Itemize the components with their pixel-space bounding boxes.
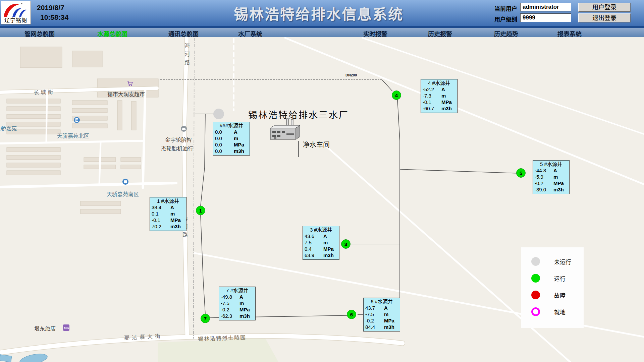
well-box-title: 6 #水源井 — [364, 298, 400, 305]
well-value: 0.0 — [215, 141, 234, 148]
nav-bar: 管网总貌图 水源总貌图 通讯总貌图 水厂系统 实时报警 历史报警 历史趋势 报表… — [0, 26, 644, 37]
well-value: 0.0 — [215, 148, 234, 154]
well-box-3: 3 #水源井 43.6A 7.5m 0.4MPa 63.9m3h — [303, 226, 339, 260]
residential-building-icon — [122, 179, 128, 186]
scada-screen: 辽宁铭朗 2019/8/7 10:58:34 锡林浩特给排水信息系统 当前用户 … — [0, 0, 644, 362]
area-label: 天骄嘉苑南区 — [107, 190, 139, 198]
well-value: -5.9 — [535, 174, 553, 180]
well-unit: m — [553, 174, 558, 180]
header-bar: 辽宁铭朗 2019/8/7 10:58:34 锡林浩特给排水信息系统 当前用户 … — [0, 0, 644, 26]
well-marker-4[interactable]: 4 — [392, 90, 401, 100]
well-box-7: 7 #水源井 -49.8A -7.5m -0.2MPa -62.3m3h — [219, 287, 256, 320]
current-user-input[interactable] — [520, 3, 571, 11]
well-unit: A — [323, 233, 327, 239]
well-box-title: 3 #水源井 — [303, 227, 339, 233]
well-unit: m3h — [234, 148, 244, 154]
poi-label-hotel: 垠东旅店 — [34, 324, 56, 332]
well-unit: m — [170, 210, 175, 217]
car-repair-icon — [181, 126, 187, 133]
well-value: 43.6 — [305, 233, 323, 239]
logo-text: 辽宁铭朗 — [1, 16, 31, 24]
well-box-title: 7 #水源井 — [219, 287, 255, 294]
legend-row-fault: 故障 — [521, 289, 584, 301]
well-value: -60.7 — [423, 105, 441, 112]
well-box-title: 5 #水源井 — [533, 161, 569, 167]
login-button[interactable]: 用户登录 — [578, 3, 631, 12]
well-marker-3[interactable]: 3 — [341, 239, 351, 249]
plant-title: 锡林浩特给排水三水厂 — [248, 108, 349, 121]
user-level-label: 用户级别 — [494, 15, 517, 23]
datetime: 2019/8/7 10:58:34 — [37, 3, 68, 22]
well-value: 0.1 — [152, 210, 170, 217]
well-unit: m — [234, 135, 238, 141]
company-logo: 辽宁铭朗 — [1, 1, 31, 24]
well-unit: A — [234, 129, 237, 135]
supermarket-cart-icon — [127, 80, 133, 88]
well-unit: MPa — [170, 217, 181, 223]
well-unit: m — [384, 311, 388, 317]
well-value: -0.2 — [221, 306, 239, 313]
well-unit: m3h — [553, 186, 564, 193]
well-value: 0.0 — [215, 135, 234, 141]
well-value: -39.0 — [535, 186, 553, 193]
not-running-status-icon — [531, 257, 540, 266]
well-unit: m3h — [323, 252, 334, 258]
well-unit: A — [239, 294, 243, 300]
legend-row-running: 运行 — [521, 272, 584, 284]
well-value: -0.1 — [152, 217, 170, 223]
well-value: -0.2 — [535, 180, 553, 186]
date-text: 2019/8/7 — [37, 3, 68, 12]
well-unit: MPa — [553, 180, 564, 186]
poi-label-tire-shop: 杰轮胎机油行 — [161, 144, 193, 152]
well-value: -7.5 — [221, 300, 239, 306]
well-value: 84.4 — [365, 324, 384, 330]
well-value: 63.9 — [305, 252, 323, 258]
well-marker-6[interactable]: 6 — [347, 310, 356, 319]
running-status-icon — [531, 274, 540, 283]
well-unit: A — [170, 204, 174, 210]
time-text: 10:58:34 — [37, 12, 68, 22]
well-unit: m3h — [384, 324, 394, 330]
hotel-bed-icon — [63, 324, 69, 332]
well-unit: m3h — [170, 223, 181, 230]
street-label-vertical: 海河路 — [182, 43, 191, 68]
well-value: -7.5 — [365, 311, 384, 317]
workshop-label: 净水车间 — [303, 139, 330, 149]
well-unit: m3h — [441, 105, 452, 112]
well-value: -52.2 — [423, 86, 441, 93]
well-value: -44.3 — [535, 167, 553, 174]
well-marker-7[interactable]: 7 — [201, 314, 210, 323]
well-value: -0.2 — [365, 317, 384, 324]
area-label: 天骄嘉苑 — [0, 124, 17, 132]
well-value: -0.1 — [423, 99, 441, 105]
well-marker-1[interactable]: 1 — [196, 206, 205, 215]
well-unit: MPa — [234, 141, 244, 148]
legend-label: 故障 — [554, 291, 566, 299]
well-box-1: 1 #水源井 38.4A 0.1m -0.1MPa 70.2m3h — [150, 197, 186, 231]
user-level-input[interactable] — [520, 13, 571, 22]
well-marker-5[interactable]: 5 — [516, 168, 526, 178]
well-unit: MPa — [441, 99, 452, 105]
well-unit: A — [441, 86, 445, 93]
well-marker-unnamed — [213, 109, 224, 119]
well-box-title: ###水源井 — [213, 122, 250, 129]
well-unit: m3h — [239, 313, 250, 319]
well-unit: MPa — [323, 246, 334, 252]
well-box-6: 6 #水源井 43.7A -7.5m -0.2MPa 84.4m3h — [363, 298, 400, 331]
legend-label: 运行 — [554, 274, 566, 283]
well-unit: m — [441, 93, 446, 99]
factory-icon — [270, 119, 300, 139]
legend-label: 未运行 — [554, 257, 571, 266]
well-unit: MPa — [239, 306, 250, 313]
well-box-5: 5 #水源井 -44.3A -5.9m -0.2MPa -39.0m3h — [533, 160, 570, 194]
legend-row-local: 就地 — [521, 306, 584, 318]
poi-label-cemetery: 锡林浩特烈士陵园 — [198, 333, 247, 343]
well-unit: m — [323, 239, 328, 246]
well-unit: A — [553, 167, 557, 174]
poi-label-tire-shop: 金宇轮胎智 — [165, 135, 192, 143]
area-label: 天骄嘉苑北区 — [57, 131, 89, 139]
logout-button[interactable]: 退出登录 — [578, 13, 631, 22]
well-value: 7.5 — [305, 239, 323, 246]
well-value: 38.4 — [152, 204, 170, 210]
legend-label: 就地 — [554, 308, 566, 316]
